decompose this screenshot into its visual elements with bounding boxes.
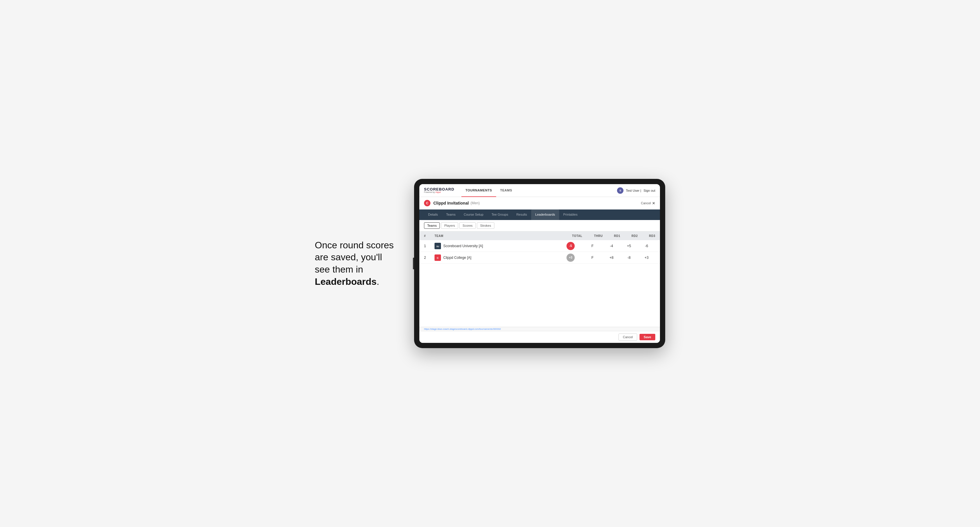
col-rank-header: # <box>424 234 434 238</box>
team-name-2: Clippd College [A] <box>443 256 471 260</box>
nav-user-name: Test User | <box>626 189 641 192</box>
sub-tab-players[interactable]: Players <box>441 222 458 229</box>
nav-right: S Test User | Sign out <box>617 187 655 194</box>
score-badge-2: +3 <box>566 254 575 262</box>
brand-title: SCOREBOARD <box>424 187 454 191</box>
leaderboard-table: # TEAM TOTAL THRU RD1 RD2 RD3 1 <box>419 232 660 327</box>
nav-teams[interactable]: TEAMS <box>496 184 516 197</box>
col-thru-header: THRU <box>582 234 603 238</box>
row-rank-1: 1 <box>424 244 434 248</box>
rd3-1: -6 <box>638 244 655 248</box>
url-text: https://stage-blue-coach.stagescoreboard… <box>424 328 501 330</box>
tablet-frame: SCOREBOARD Powered by clippd TOURNAMENTS… <box>414 179 665 348</box>
nav-tournaments[interactable]: TOURNAMENTS <box>461 184 496 197</box>
tab-results[interactable]: Results <box>512 210 531 220</box>
nav-links: TOURNAMENTS TEAMS <box>461 184 617 197</box>
user-avatar: S <box>617 187 624 194</box>
description-bold: Leaderboards <box>315 276 377 287</box>
team-logo-1: SU <box>434 243 441 249</box>
col-rd1-header: RD1 <box>603 234 620 238</box>
tab-teams[interactable]: Teams <box>442 210 460 220</box>
rd1-2: +8 <box>603 256 620 260</box>
status-bar: https://stage-blue-coach.stagescoreboard… <box>419 327 660 331</box>
tournament-icon: C <box>424 200 430 206</box>
tournament-gender: (Men) <box>471 201 479 205</box>
page-wrapper: Once round scores are saved, you'll see … <box>286 179 694 348</box>
col-rd3-header: RD3 <box>638 234 655 238</box>
cancel-label: Cancel <box>641 202 651 205</box>
tablet-notch <box>413 258 414 269</box>
team-cell-1: SU Scoreboard University [A] <box>434 243 559 249</box>
brand-subtitle: Powered by clippd <box>424 191 454 194</box>
row-rank-2: 2 <box>424 256 434 260</box>
svg-text:SU: SU <box>436 245 439 248</box>
sub-tab-teams[interactable]: Teams <box>424 222 440 229</box>
brand-highlight: clippd <box>435 191 441 193</box>
rd1-1: -4 <box>603 244 620 248</box>
sub-tab-strokes[interactable]: Strokes <box>477 222 494 229</box>
team-logo-2: C <box>434 254 441 261</box>
tournament-header: C Clippd Invitational (Men) Cancel ✕ <box>419 197 660 210</box>
table-row: 1 SU Scoreboard University [A] -5 <box>419 240 660 252</box>
team-name-1: Scoreboard University [A] <box>443 244 483 248</box>
sub-tab-scores[interactable]: Scores <box>459 222 476 229</box>
description-text: Once round scores are saved, you'll see … <box>315 240 394 275</box>
app-navbar: SCOREBOARD Powered by clippd TOURNAMENTS… <box>419 184 660 197</box>
thru-1: F <box>582 244 603 248</box>
thru-2: F <box>582 256 603 260</box>
tab-tee-groups[interactable]: Tee Groups <box>487 210 512 220</box>
rd3-2: +3 <box>638 256 655 260</box>
tablet-screen: SCOREBOARD Powered by clippd TOURNAMENTS… <box>419 184 660 343</box>
svg-text:C: C <box>437 257 439 259</box>
col-total-header: TOTAL <box>559 234 582 238</box>
col-team-header: TEAM <box>434 234 559 238</box>
team-cell-2: C Clippd College [A] <box>434 254 559 261</box>
tab-printables[interactable]: Printables <box>559 210 582 220</box>
left-description: Once round scores are saved, you'll see … <box>315 239 396 288</box>
tab-details[interactable]: Details <box>424 210 442 220</box>
sub-tab-bar: Teams Players Scores Strokes <box>419 220 660 232</box>
brand-logo: SCOREBOARD Powered by clippd <box>424 187 454 194</box>
description-period: . <box>377 276 379 287</box>
footer-save-button[interactable]: Save <box>640 334 655 340</box>
tab-bar: Details Teams Course Setup Tee Groups Re… <box>419 210 660 220</box>
sign-out-link[interactable]: Sign out <box>644 189 655 192</box>
table-row: 2 C Clippd College [A] +3 F <box>419 252 660 264</box>
rd2-2: -8 <box>620 256 638 260</box>
tournament-name: Clippd Invitational <box>433 201 469 205</box>
cancel-x-icon: ✕ <box>652 201 655 205</box>
tab-course-setup[interactable]: Course Setup <box>460 210 487 220</box>
total-cell-2: +3 <box>559 254 582 262</box>
rd2-1: +5 <box>620 244 638 248</box>
tournament-cancel-button[interactable]: Cancel ✕ <box>641 201 655 205</box>
footer-cancel-button[interactable]: Cancel <box>619 333 637 341</box>
table-header: # TEAM TOTAL THRU RD1 RD2 RD3 <box>419 232 660 240</box>
col-rd2-header: RD2 <box>620 234 638 238</box>
tab-leaderboards[interactable]: Leaderboards <box>531 210 559 220</box>
app-footer: Cancel Save <box>419 331 660 343</box>
score-badge-1: -5 <box>566 242 575 250</box>
total-cell-1: -5 <box>559 242 582 250</box>
